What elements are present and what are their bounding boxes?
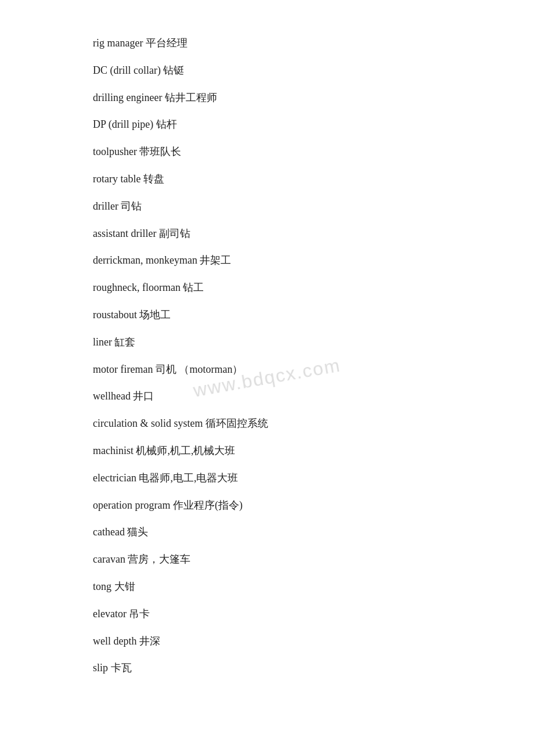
- term-line: roustabout 场地工: [93, 307, 441, 323]
- term-text: toolpusher 带班队长: [93, 146, 182, 157]
- term-line: well depth 井深: [93, 633, 441, 650]
- term-line: motor fireman 司机 （motorman）: [93, 361, 441, 378]
- term-text: caravan 营房，大篷车: [93, 553, 190, 565]
- term-line: cathead 猫头: [93, 524, 441, 541]
- term-line: liner 缸套: [93, 334, 441, 351]
- term-line: drilling engineer 钻井工程师: [93, 89, 441, 106]
- term-text: driller 司钻: [93, 200, 142, 212]
- term-line: electrician 电器师,电工,电器大班: [93, 470, 441, 487]
- term-text: rig manager 平台经理: [93, 37, 187, 49]
- term-text: derrickman, monkeyman 井架工: [93, 254, 231, 266]
- term-text: slip 卡瓦: [93, 662, 132, 674]
- term-text: machinist 机械师,机工,机械大班: [93, 445, 236, 456]
- term-text: wellhead 井口: [93, 390, 154, 402]
- term-line: machinist 机械师,机工,机械大班: [93, 442, 441, 459]
- term-line: roughneck, floorman 钻工: [93, 279, 441, 296]
- term-line: slip 卡瓦: [93, 660, 441, 676]
- term-line: DC (drill collar) 钻铤: [93, 62, 441, 79]
- term-line: rig manager 平台经理: [93, 35, 441, 52]
- term-line: rotary table 转盘: [93, 171, 441, 188]
- term-text: circulation & solid system 循环固控系统: [93, 417, 268, 429]
- term-line: tong 大钳: [93, 578, 441, 595]
- term-line: assistant driller 副司钻: [93, 225, 441, 242]
- term-text: DP (drill pipe) 钻杆: [93, 118, 177, 130]
- term-text: electrician 电器师,电工,电器大班: [93, 472, 238, 484]
- term-line: caravan 营房，大篷车: [93, 551, 441, 568]
- term-text: well depth 井深: [93, 635, 160, 647]
- term-text: operation program 作业程序(指令): [93, 499, 243, 511]
- term-line: derrickman, monkeyman 井架工: [93, 252, 441, 269]
- term-text: rotary table 转盘: [93, 173, 164, 185]
- term-line: elevator 吊卡: [93, 606, 441, 622]
- term-text: drilling engineer 钻井工程师: [93, 92, 217, 103]
- term-line: toolpusher 带班队长: [93, 143, 441, 160]
- term-text: DC (drill collar) 钻铤: [93, 64, 184, 76]
- main-content: rig manager 平台经理DC (drill collar) 钻铤dril…: [0, 0, 534, 722]
- term-line: circulation & solid system 循环固控系统: [93, 415, 441, 432]
- term-text: motor fireman 司机 （motorman）: [93, 363, 243, 375]
- term-text: liner 缸套: [93, 336, 136, 348]
- term-text: assistant driller 副司钻: [93, 228, 190, 239]
- term-line: driller 司钻: [93, 198, 441, 215]
- term-line: DP (drill pipe) 钻杆: [93, 116, 441, 133]
- term-text: tong 大钳: [93, 581, 135, 592]
- term-text: cathead 猫头: [93, 526, 148, 538]
- term-text: elevator 吊卡: [93, 608, 150, 620]
- term-text: roughneck, floorman 钻工: [93, 282, 204, 293]
- term-text: roustabout 场地工: [93, 309, 171, 321]
- term-line: wellhead 井口: [93, 388, 441, 405]
- term-line: operation program 作业程序(指令): [93, 497, 441, 514]
